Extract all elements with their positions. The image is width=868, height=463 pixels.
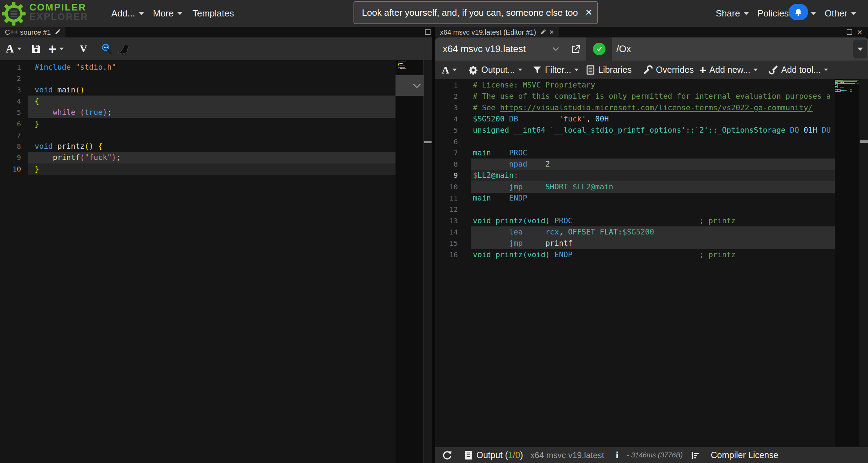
font-size-label: A: [6, 42, 14, 55]
nav-more-menu[interactable]: More: [153, 0, 183, 27]
output-counter-label: Output (: [476, 450, 508, 460]
code-line[interactable]: $LL2@main:: [473, 170, 518, 181]
maximize-pane-icon[interactable]: [847, 29, 852, 35]
code-line[interactable]: jmp printf: [473, 238, 573, 249]
code-line[interactable]: main PROC: [473, 147, 527, 159]
code-line[interactable]: void printz(void) ENDP ; printz: [473, 249, 736, 261]
line-number: 10: [435, 181, 458, 193]
code-line[interactable]: #include "stdio.h": [35, 62, 116, 73]
motd-close-icon[interactable]: ×: [585, 5, 592, 19]
chevron-down-icon: [177, 12, 183, 15]
line-number: 6: [0, 118, 21, 130]
code-line[interactable]: npad 2: [473, 159, 550, 170]
font-size-button[interactable]: A: [442, 64, 457, 76]
code-line[interactable]: $SG5200 DB 'fuck', 00H: [473, 113, 609, 125]
source-editor-scrollbar[interactable]: [424, 60, 432, 463]
scrollbar-grip[interactable]: [860, 140, 868, 143]
compiler-license-link[interactable]: Compiler License: [711, 450, 778, 460]
line-number: 15: [435, 238, 458, 249]
quickbench-bird-icon: [117, 42, 130, 56]
compiler-options-input[interactable]: /Ox: [616, 37, 631, 61]
nav-templates[interactable]: Templates: [192, 0, 234, 27]
code-line[interactable]: printf("fuck");: [35, 152, 121, 163]
rename-pencil-icon[interactable]: [540, 29, 546, 35]
compiler-picker[interactable]: x64 msvc v19.latest: [443, 37, 526, 61]
brand-top: COMPILER: [29, 3, 89, 12]
line-number: 1: [435, 79, 458, 91]
font-size-button[interactable]: A: [6, 42, 21, 55]
line-number: 9: [0, 152, 21, 163]
assembly-editor-scrollbar[interactable]: [860, 79, 868, 447]
rename-pencil-icon[interactable]: [54, 29, 61, 35]
nav-add-label: Add...: [111, 8, 135, 19]
vim-mode-toggle[interactable]: V: [80, 43, 87, 55]
nav-other-menu[interactable]: Other: [825, 0, 856, 27]
code-line[interactable]: void main(): [35, 84, 84, 96]
code-line[interactable]: {: [35, 96, 39, 107]
source-code-editor[interactable]: 1#include "stdio.h"23void main()4{5 whil…: [0, 60, 396, 463]
output-counter[interactable]: Output (1/0): [476, 450, 523, 460]
minimap-line: [840, 85, 840, 86]
code-line[interactable]: # See https://visualstudio.microsoft.com…: [473, 102, 813, 114]
recompile-refresh-icon[interactable]: [442, 450, 452, 460]
nav-policies-menu[interactable]: Policies: [757, 0, 789, 27]
minimap-line: [840, 91, 841, 92]
pane-splitter[interactable]: [432, 27, 435, 463]
options-dropdown-button[interactable]: [853, 40, 867, 58]
code-line[interactable]: }: [35, 163, 39, 175]
add-tool-button[interactable]: Add tool...: [769, 65, 828, 75]
code-line[interactable]: void printz() {: [35, 141, 103, 152]
minimap-line: [398, 64, 399, 65]
libraries-book-icon: [586, 65, 595, 75]
scrollbar-grip[interactable]: [424, 141, 432, 143]
open-compiler-external-icon[interactable]: [571, 44, 581, 54]
code-line[interactable]: void printz(void) PROC ; printz: [473, 215, 736, 227]
compiler-explorer-logo-gear-icon[interactable]: [1, 1, 27, 27]
chevron-down-icon: [574, 69, 579, 71]
add-pane-button[interactable]: +: [48, 42, 64, 56]
sort-stats-icon[interactable]: [691, 451, 700, 460]
minimap-line: [403, 68, 405, 69]
minimap-line: [837, 87, 838, 88]
code-line[interactable]: unsigned __int64 `__local_stdio_printf_o…: [473, 125, 831, 136]
output-menu-button[interactable]: Output...: [468, 65, 522, 75]
code-line[interactable]: }: [35, 118, 39, 130]
code-line[interactable]: # License: MSVC Proprietary: [473, 79, 595, 91]
add-tool-label: Add tool...: [781, 65, 821, 75]
assembly-output-editor[interactable]: 1# License: MSVC Proprietary2# The use o…: [435, 79, 835, 447]
compiler-output-tab[interactable]: x64 msvc v19.latest (Editor #1) ×: [435, 27, 559, 37]
cppinsights-button[interactable]: [100, 43, 113, 55]
nav-share-menu[interactable]: Share: [716, 0, 749, 27]
minimap-line: [398, 69, 399, 69]
notifications-bell-button[interactable]: [789, 4, 808, 20]
save-button[interactable]: [31, 44, 41, 54]
chevron-down-icon[interactable]: [553, 47, 559, 51]
brand-wordmark[interactable]: COMPILER EXPLORER: [29, 3, 89, 22]
code-line[interactable]: # The use of this compiler is only permi…: [473, 91, 831, 102]
output-log-icon[interactable]: [465, 450, 472, 460]
assembly-editor-minimap[interactable]: [835, 80, 859, 104]
maximize-pane-icon[interactable]: [425, 29, 430, 35]
source-editor-tab[interactable]: C++ source #1: [0, 27, 65, 37]
source-editor-minimap[interactable]: [398, 62, 424, 83]
add-new-button[interactable]: + Add new...: [699, 64, 758, 76]
license-url-link[interactable]: https://visualstudio.microsoft.com/licen…: [500, 103, 813, 112]
code-line[interactable]: jmp SHORT $LL2@main: [473, 181, 613, 193]
code-line[interactable]: lea rcx, OFFSET FLAT:$SG5200: [473, 226, 654, 238]
libraries-button[interactable]: Libraries: [586, 65, 632, 75]
info-icon[interactable]: i: [616, 450, 618, 461]
line-number: 3: [435, 102, 458, 114]
close-pane-icon[interactable]: ×: [857, 28, 862, 37]
close-tab-icon[interactable]: ×: [550, 28, 554, 36]
line-number: 5: [0, 107, 21, 118]
nav-policies-caret[interactable]: [811, 0, 816, 27]
filter-menu-button[interactable]: Filter...: [533, 65, 579, 75]
code-line[interactable]: main ENDP: [473, 192, 527, 204]
compile-success-icon: [593, 43, 606, 55]
code-line-highlight: [28, 118, 396, 130]
code-line[interactable]: while (true);: [35, 107, 112, 118]
nav-add-menu[interactable]: Add...: [111, 0, 144, 27]
overrides-button[interactable]: Overrides: [643, 65, 694, 75]
quickbench-button[interactable]: [117, 42, 130, 56]
compile-timing: - 3146ms (3776B): [627, 451, 683, 459]
